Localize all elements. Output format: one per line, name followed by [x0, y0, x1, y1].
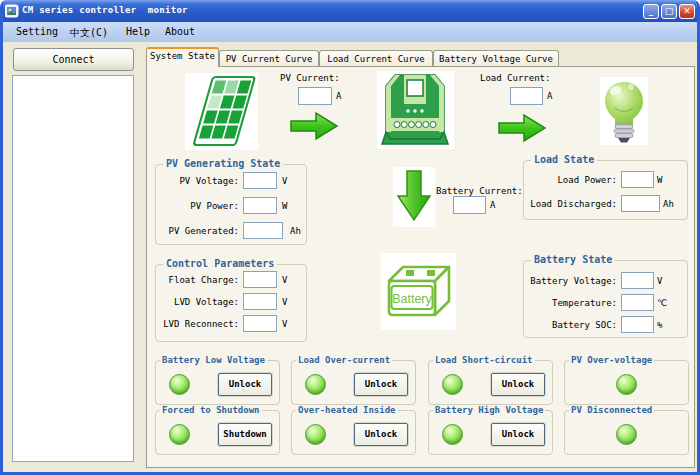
menu-about[interactable]: About [165, 26, 195, 37]
battery-icon: Battery [381, 253, 456, 330]
group-load-state: Load State [523, 160, 688, 220]
shutdown-button[interactable]: Shutdown [218, 423, 272, 446]
arrow-right-icon [497, 112, 547, 144]
over-heated-inside-unlock-button[interactable]: Unlock [354, 423, 408, 446]
battery-current-input[interactable] [453, 196, 486, 214]
battery-soc-label: Battery SOC: [523, 320, 617, 330]
status-forced-to-shutdown: Forced to Shutdown Shutdown [155, 410, 280, 455]
titlebar: CM series controller monitor _ □ ✕ [0, 0, 700, 22]
battery-current-label: Battery Current: [436, 186, 523, 196]
lvd-voltage-unit: V [282, 297, 287, 307]
solar-panel-icon [185, 73, 258, 150]
load-over-current-unlock-button[interactable]: Unlock [354, 373, 408, 396]
pv-voltage-label: PV Voltage: [161, 176, 239, 186]
group-title: PV Generating State [163, 158, 283, 169]
lvd-reconnect-label: LVD Reconnect: [161, 319, 239, 329]
load-current-unit: A [547, 91, 552, 101]
status-title: Over-heated Inside [296, 405, 398, 415]
lvd-reconnect-input[interactable] [243, 315, 277, 332]
status-load-short-circuit: Load Short-circuit Unlock [428, 360, 553, 405]
status-over-heated-inside: Over-heated Inside Unlock [291, 410, 416, 455]
status-title: Load Over-current [296, 355, 392, 365]
menu-setting[interactable]: Setting [16, 26, 58, 37]
load-discharged-input[interactable] [621, 195, 660, 212]
battery-low-voltage-unlock-button[interactable]: Unlock [218, 373, 272, 396]
minimize-button[interactable]: _ [643, 4, 659, 19]
arrow-right-icon [289, 110, 339, 142]
maximize-button[interactable]: □ [661, 4, 677, 19]
menu-language[interactable]: 中文(C) [70, 26, 108, 40]
battery-low-voltage-led [169, 374, 190, 395]
battery-soc-unit: % [657, 320, 662, 330]
pv-disconnected-led [616, 424, 637, 445]
controller-icon [377, 71, 454, 149]
over-heated-inside-led [305, 424, 326, 445]
load-power-unit: W [657, 175, 662, 185]
status-title: PV Disconnected [569, 405, 654, 415]
pv-power-unit: W [282, 201, 287, 211]
battery-soc-input[interactable] [621, 316, 654, 333]
float-charge-input[interactable] [243, 271, 277, 288]
device-listbox[interactable] [12, 75, 134, 462]
battery-high-voltage-unlock-button[interactable]: Unlock [491, 423, 545, 446]
group-title: Load State [531, 154, 597, 165]
tab-battery-voltage-curve[interactable]: Battery Voltage Curve [433, 50, 559, 67]
pv-power-label: PV Power: [161, 201, 239, 211]
forced-to-shutdown-led [169, 424, 190, 445]
battery-current-unit: A [490, 200, 495, 210]
pv-voltage-unit: V [282, 176, 287, 186]
bulb-icon [600, 77, 648, 145]
pv-current-label: PV Current: [280, 73, 340, 83]
load-power-label: Load Power: [523, 175, 617, 185]
app-icon [5, 3, 20, 17]
load-discharged-unit: Ah [663, 199, 674, 209]
temperature-input[interactable] [621, 294, 654, 311]
tab-system-state[interactable]: System State [146, 47, 219, 67]
status-title: Battery High Voltage [433, 405, 545, 415]
battery-voltage-input[interactable] [621, 272, 654, 289]
close-button[interactable]: ✕ [679, 4, 695, 19]
battery-high-voltage-led [442, 424, 463, 445]
load-short-circuit-led [442, 374, 463, 395]
status-load-over-current: Load Over-current Unlock [291, 360, 416, 405]
load-current-input[interactable] [510, 87, 543, 105]
lvd-voltage-label: LVD Voltage: [161, 297, 239, 307]
load-short-circuit-unlock-button[interactable]: Unlock [491, 373, 545, 396]
load-power-input[interactable] [621, 171, 654, 188]
pv-current-unit: A [336, 91, 341, 101]
battery-voltage-label: Battery Voltage: [523, 276, 617, 286]
app-window: CM series controller monitor _ □ ✕ Setti… [0, 0, 700, 475]
status-battery-low-voltage: Battery Low Voltage Unlock [155, 360, 280, 405]
status-title: PV Over-voltage [569, 355, 654, 365]
pv-power-input[interactable] [243, 197, 277, 214]
load-over-current-led [305, 374, 326, 395]
pv-generated-label: PV Generated: [161, 226, 239, 236]
window-title: CM series controller monitor [22, 5, 188, 15]
status-pv-disconnected: PV Disconnected [564, 410, 689, 455]
load-current-label: Load Current: [480, 73, 550, 83]
status-battery-high-voltage: Battery High Voltage Unlock [428, 410, 553, 455]
pv-current-input[interactable] [298, 87, 332, 105]
lvd-reconnect-unit: V [282, 319, 287, 329]
status-pv-over-voltage: PV Over-voltage [564, 360, 689, 405]
status-title: Load Short-circuit [433, 355, 535, 365]
float-charge-unit: V [282, 275, 287, 285]
pv-generated-unit: Ah [290, 226, 301, 236]
float-charge-label: Float Charge: [161, 275, 239, 285]
arrow-down-icon [393, 167, 435, 227]
temperature-label: Temperature: [523, 298, 617, 308]
group-title: Battery State [531, 254, 615, 265]
battery-icon-label: Battery [392, 292, 432, 306]
pv-over-voltage-led [616, 374, 637, 395]
connect-button[interactable]: Connect [13, 48, 134, 71]
tab-pv-current-curve[interactable]: PV Current Curve [219, 50, 319, 67]
load-discharged-label: Load Discharged: [523, 199, 617, 209]
status-title: Forced to Shutdown [160, 405, 262, 415]
battery-voltage-unit: V [657, 276, 662, 286]
pv-generated-input[interactable] [243, 222, 283, 239]
lvd-voltage-input[interactable] [243, 293, 277, 310]
pv-voltage-input[interactable] [243, 172, 277, 189]
menu-help[interactable]: Help [126, 26, 150, 37]
tab-load-current-curve[interactable]: Load Current Curve [319, 50, 433, 67]
menubar: Setting 中文(C) Help About [3, 22, 697, 42]
